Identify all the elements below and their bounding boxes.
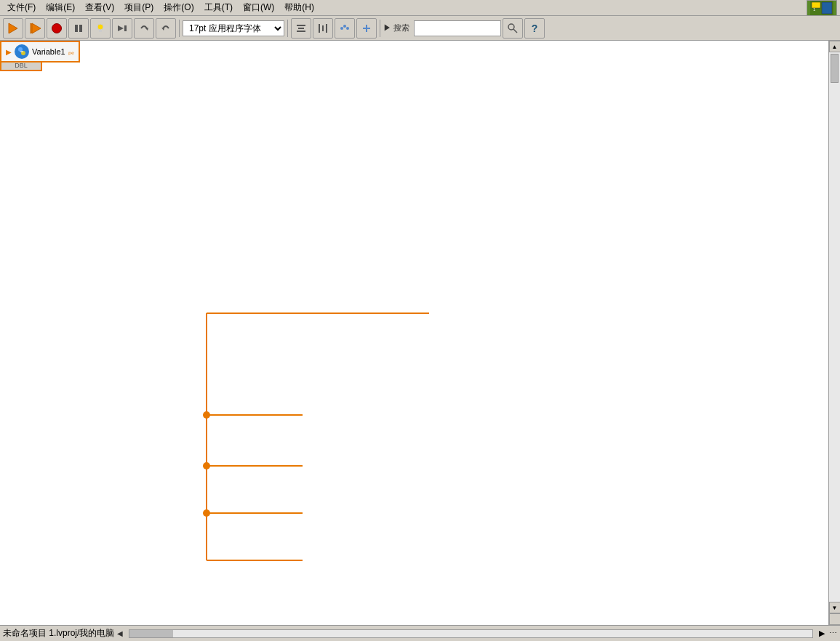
svg-marker-4 — [9, 23, 17, 33]
step-into-button[interactable] — [112, 18, 132, 39]
scroll-down-arrow[interactable]: ▼ — [829, 602, 841, 613]
svg-rect-15 — [297, 25, 305, 26]
scroll-track[interactable] — [829, 52, 840, 602]
svg-line-25 — [513, 29, 517, 33]
menu-tools[interactable]: 工具(T) — [200, 0, 237, 15]
scroll-up-arrow[interactable]: ▲ — [829, 41, 841, 52]
svg-rect-17 — [297, 31, 305, 32]
block-diagram-canvas[interactable]: 数值 ▶ 1.23 DBL 数值 2 ▶ 1.23 — [0, 41, 828, 625]
search-label: ▶ 搜索 — [383, 23, 409, 33]
menu-bar: 文件(F) 编辑(E) 查看(V) 项目(P) 操作(O) 工具(T) 窗口(W… — [0, 0, 840, 16]
run-continuously-button[interactable] — [25, 18, 45, 39]
svg-marker-6 — [32, 23, 41, 33]
distribute-button[interactable] — [313, 18, 333, 39]
svg-point-23 — [346, 27, 349, 30]
main-container: 数值 ▶ 1.23 DBL 数值 2 ▶ 1.23 — [0, 41, 840, 625]
subvi4-label: Variable1 — [32, 47, 65, 56]
highlight-button[interactable] — [90, 18, 111, 39]
subvi4-arrow-right: ₚₑ — [68, 48, 74, 56]
menu-help[interactable]: 帮助(H) — [280, 0, 319, 15]
svg-rect-20 — [326, 24, 327, 33]
svg-point-27 — [203, 462, 210, 469]
svg-rect-2 — [822, 2, 832, 14]
menu-operate[interactable]: 操作(O) — [159, 0, 198, 15]
h-scroll-thumb[interactable] — [129, 630, 173, 637]
subvi-variable1[interactable]: ▶ Variable1 ₚₑ — [0, 41, 80, 63]
menu-view[interactable]: 查看(V) — [81, 0, 119, 15]
search-button[interactable] — [503, 18, 523, 39]
menu-project[interactable]: 项目(P) — [120, 0, 158, 15]
svg-point-9 — [97, 24, 103, 30]
scroll-thumb[interactable] — [831, 54, 839, 83]
svg-rect-10 — [99, 30, 102, 32]
svg-rect-16 — [298, 28, 304, 29]
svg-marker-11 — [118, 25, 124, 31]
svg-rect-8 — [79, 25, 82, 32]
reorder-button[interactable] — [335, 18, 355, 39]
search-input[interactable] — [414, 20, 501, 36]
svg-point-24 — [508, 24, 514, 30]
separator-3 — [380, 20, 380, 37]
font-selector[interactable]: 17pt 应用程序字体 — [183, 20, 284, 36]
svg-point-28 — [203, 509, 210, 517]
svg-point-22 — [343, 25, 346, 28]
status-text: 未命名项目 1.lvproj/我的电脑 — [3, 627, 114, 640]
abort-button[interactable] — [47, 18, 67, 39]
status-bar: 未命名项目 1.lvproj/我的电脑 ◀ ▶ ⋯ — [0, 625, 840, 641]
svg-rect-19 — [322, 25, 324, 31]
toolbar: 17pt 应用程序字体 ▶ 搜索 — [0, 16, 840, 41]
svg-rect-18 — [319, 24, 320, 33]
vertical-scrollbar[interactable]: ▲ ▼ — [828, 41, 840, 625]
status-arrow[interactable]: ◀ — [117, 629, 123, 637]
menu-window[interactable]: 窗口(W) — [239, 0, 279, 15]
status-resize[interactable]: ⋯ — [829, 629, 837, 638]
wire-overlay — [0, 41, 828, 625]
run-button[interactable] — [3, 18, 23, 39]
svg-point-26 — [203, 411, 210, 419]
scroll-corner — [829, 613, 841, 625]
separator-1 — [179, 20, 180, 37]
svg-rect-12 — [124, 25, 127, 31]
svg-rect-7 — [75, 25, 78, 32]
step-over-button[interactable] — [134, 18, 154, 39]
step-out-button[interactable] — [156, 18, 176, 39]
menu-file[interactable]: 文件(F) — [3, 0, 40, 15]
subvi4-icon — [15, 44, 29, 59]
status-right-arrow[interactable]: ▶ — [819, 629, 825, 638]
help-button[interactable]: ? — [524, 18, 545, 39]
title-icon: 1 — [807, 0, 837, 16]
svg-point-38 — [18, 47, 23, 52]
svg-point-21 — [340, 27, 343, 30]
cleanup-button[interactable] — [356, 18, 377, 39]
separator-2 — [287, 20, 288, 37]
horizontal-scrollbar[interactable] — [129, 629, 813, 638]
menu-edit[interactable]: 编辑(E) — [41, 0, 79, 15]
pause-button[interactable] — [68, 18, 89, 39]
align-button[interactable] — [291, 18, 311, 39]
subvi4-arrow-left: ▶ — [6, 48, 12, 56]
